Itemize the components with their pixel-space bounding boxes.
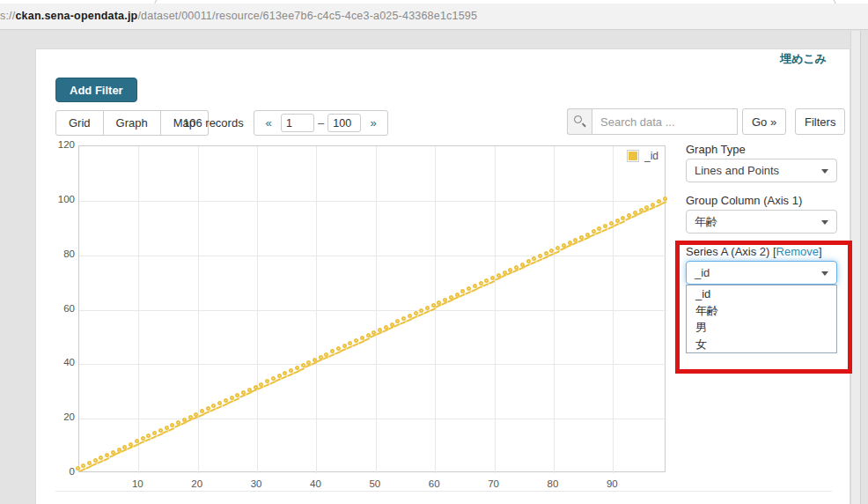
dropdown-option[interactable]: 男 xyxy=(687,319,836,336)
chart-data-point xyxy=(644,205,649,210)
chart-data-point xyxy=(449,295,453,300)
plot-area: _id xyxy=(78,145,666,472)
browser-url-bar[interactable]: s://ckan.sena-opendata.jp/dataset/00011/… xyxy=(0,4,868,30)
embed-link[interactable]: 埋めこみ xyxy=(780,51,827,67)
search-icon-button[interactable] xyxy=(567,108,592,135)
chart-data-point xyxy=(562,243,566,248)
chart-line-segment xyxy=(168,426,175,431)
chart-data-point xyxy=(259,382,263,387)
chart-data-point xyxy=(366,333,371,337)
pagination-from-input[interactable] xyxy=(281,114,314,132)
chevron-down-icon xyxy=(821,220,828,225)
gridline xyxy=(435,146,436,473)
group-column-label: Group Column (Axis 1) xyxy=(686,194,802,207)
x-axis-tick-label: 50 xyxy=(362,478,388,489)
chart-data-point xyxy=(384,325,388,330)
chart-data-point xyxy=(579,235,584,240)
chart-data-point xyxy=(431,303,436,308)
chart-data-point xyxy=(295,366,299,370)
series-a-listbox: _id年齢総数男女 xyxy=(686,285,837,353)
chart-data-point xyxy=(503,271,507,275)
gridline xyxy=(79,364,666,365)
chart-line-segment xyxy=(441,301,448,306)
gridline xyxy=(79,256,666,256)
chart-data-point xyxy=(247,388,252,392)
series-a-label-text: Series A (Axis 2) [ xyxy=(686,245,776,258)
chart-data-point xyxy=(301,363,305,367)
chart-data-point xyxy=(194,412,198,417)
chevron-down-icon xyxy=(821,169,828,174)
scrollbar-track[interactable] xyxy=(860,31,868,504)
search-go-button[interactable]: Go » xyxy=(742,108,786,135)
chart-line-segment xyxy=(103,456,110,461)
record-count: 106 records xyxy=(183,110,244,136)
view-tab-graph[interactable]: Graph xyxy=(104,110,161,136)
x-axis-tick-label: 10 xyxy=(124,478,151,489)
dropdown-option[interactable]: 女 xyxy=(687,336,836,352)
chart-line-segment xyxy=(512,269,519,273)
graph-type-select[interactable]: Lines and Points xyxy=(686,159,837,182)
chart-data-point xyxy=(93,458,98,463)
chart-data-point xyxy=(633,211,637,215)
group-column-select[interactable]: 年齢 xyxy=(686,210,837,233)
series-a-label-close: ] xyxy=(819,245,822,258)
chart-data-point xyxy=(176,420,180,425)
chart-data-point xyxy=(390,322,394,327)
chart-line-segment xyxy=(577,239,585,243)
filters-button[interactable]: Filters xyxy=(795,108,845,135)
x-axis-tick-label: 80 xyxy=(540,478,566,489)
x-axis-tick-label: 60 xyxy=(421,478,447,489)
x-axis-tick-label: 30 xyxy=(243,478,269,489)
gridline xyxy=(257,146,258,473)
dropdown-option[interactable]: 年齢 xyxy=(687,302,836,319)
chart-line-segment xyxy=(649,206,656,211)
add-filter-button[interactable]: Add Filter xyxy=(55,78,137,102)
chart-data-point xyxy=(129,442,133,447)
chart-line-segment xyxy=(400,321,407,325)
x-axis-tick-label: 70 xyxy=(481,478,507,489)
chart-data-point xyxy=(241,390,246,395)
view-tab-grid[interactable]: Grid xyxy=(55,110,104,136)
series-a-label: Series A (Axis 2) [Remove] xyxy=(686,245,822,258)
chart-data-point xyxy=(254,385,258,389)
y-axis-tick-label: 20 xyxy=(38,411,75,422)
scrollbar-area[interactable] xyxy=(850,31,868,504)
chart-line-segment xyxy=(305,364,312,368)
gridline xyxy=(554,146,555,473)
y-axis-tick-label: 60 xyxy=(38,303,75,314)
chart-line-segment xyxy=(376,331,383,336)
chart-data-point xyxy=(414,311,418,315)
chart-data-point xyxy=(182,418,187,422)
chart-data-point xyxy=(568,241,572,245)
chart-data-point xyxy=(455,293,460,297)
search-input[interactable] xyxy=(592,108,738,135)
series-a-remove-link[interactable]: Remove xyxy=(776,245,819,258)
gridline xyxy=(316,146,317,473)
chevron-down-icon xyxy=(821,271,828,276)
chart-data-point xyxy=(117,448,121,452)
graph-type-value: Lines and Points xyxy=(695,164,779,177)
pagination-separator: – xyxy=(318,116,324,130)
dropdown-option[interactable]: _id xyxy=(687,285,836,302)
chart-data-point xyxy=(158,428,163,433)
chart-data-point xyxy=(319,355,323,359)
graph-type-label: Graph Type xyxy=(686,143,746,156)
chart-line-segment xyxy=(554,249,561,254)
chart-data-point xyxy=(497,273,501,278)
y-axis-tick-label: 100 xyxy=(38,194,75,204)
pagination-next-button[interactable]: » xyxy=(361,116,386,130)
series-a-select[interactable]: _id xyxy=(686,261,837,285)
pagination-prev-button[interactable]: « xyxy=(256,116,281,130)
pagination: « – » xyxy=(254,110,388,136)
chart-data-point xyxy=(651,203,655,207)
magnifier-icon xyxy=(574,115,582,123)
x-axis-tick-label: 40 xyxy=(302,478,328,489)
gridline xyxy=(138,146,139,473)
chart-line-segment xyxy=(174,424,181,428)
y-axis-tick-label: 40 xyxy=(38,357,75,367)
pagination-to-input[interactable] xyxy=(327,114,361,132)
chart-data-point xyxy=(342,344,347,348)
chart-line-segment xyxy=(619,219,626,224)
divider xyxy=(55,491,832,492)
chart-data-point xyxy=(165,426,169,430)
